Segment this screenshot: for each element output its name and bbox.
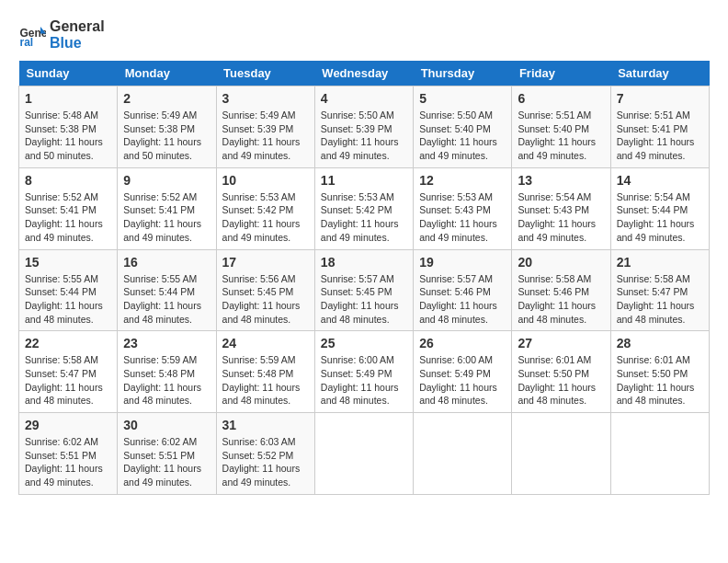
day-number: 21 (617, 255, 703, 270)
calendar-cell: 25Sunrise: 6:00 AM Sunset: 5:49 PM Dayli… (314, 331, 413, 413)
calendar-cell: 10Sunrise: 5:53 AM Sunset: 5:42 PM Dayli… (216, 167, 314, 249)
header-day-tuesday: Tuesday (216, 61, 314, 86)
day-info: Sunrise: 5:50 AM Sunset: 5:39 PM Dayligh… (321, 109, 407, 163)
day-number: 16 (123, 255, 210, 270)
calendar-cell (414, 413, 512, 495)
day-info: Sunrise: 5:52 AM Sunset: 5:41 PM Dayligh… (25, 190, 111, 245)
calendar-cell: 30Sunrise: 6:02 AM Sunset: 5:51 PM Dayli… (118, 413, 216, 495)
day-number: 14 (617, 173, 703, 188)
day-info: Sunrise: 5:59 AM Sunset: 5:48 PM Dayligh… (123, 353, 210, 408)
calendar-cell: 20Sunrise: 5:58 AM Sunset: 5:46 PM Dayli… (512, 249, 610, 331)
day-number: 31 (222, 418, 309, 432)
day-number: 29 (25, 418, 111, 432)
day-info: Sunrise: 6:02 AM Sunset: 5:51 PM Dayligh… (123, 435, 210, 489)
day-info: Sunrise: 6:00 AM Sunset: 5:49 PM Dayligh… (419, 353, 506, 408)
day-number: 12 (419, 173, 506, 188)
day-info: Sunrise: 5:48 AM Sunset: 5:38 PM Dayligh… (25, 109, 111, 163)
calendar-cell: 26Sunrise: 6:00 AM Sunset: 5:49 PM Dayli… (414, 331, 512, 413)
logo-icon: Gene ral (18, 21, 46, 49)
day-info: Sunrise: 5:53 AM Sunset: 5:42 PM Dayligh… (321, 190, 407, 245)
day-info: Sunrise: 5:49 AM Sunset: 5:38 PM Dayligh… (123, 109, 210, 163)
day-number: 17 (222, 255, 309, 270)
day-number: 5 (419, 91, 506, 106)
calendar-cell: 18Sunrise: 5:57 AM Sunset: 5:45 PM Dayli… (314, 249, 413, 331)
day-info: Sunrise: 5:52 AM Sunset: 5:41 PM Dayligh… (123, 190, 210, 245)
day-number: 18 (321, 255, 407, 270)
calendar-cell: 8Sunrise: 5:52 AM Sunset: 5:41 PM Daylig… (19, 167, 118, 249)
logo-line2: Blue (50, 35, 105, 52)
header-day-friday: Friday (512, 61, 610, 86)
day-number: 3 (222, 91, 309, 106)
day-number: 24 (222, 336, 309, 350)
calendar-table: SundayMondayTuesdayWednesdayThursdayFrid… (18, 61, 710, 495)
header-day-monday: Monday (118, 61, 216, 86)
calendar-cell: 5Sunrise: 5:50 AM Sunset: 5:40 PM Daylig… (414, 86, 512, 168)
day-number: 1 (25, 91, 111, 106)
calendar-cell: 3Sunrise: 5:49 AM Sunset: 5:39 PM Daylig… (216, 86, 314, 168)
calendar-cell: 29Sunrise: 6:02 AM Sunset: 5:51 PM Dayli… (19, 413, 118, 495)
calendar-cell: 23Sunrise: 5:59 AM Sunset: 5:48 PM Dayli… (118, 331, 216, 413)
calendar-cell: 12Sunrise: 5:53 AM Sunset: 5:43 PM Dayli… (414, 167, 512, 249)
day-info: Sunrise: 5:54 AM Sunset: 5:43 PM Dayligh… (518, 190, 604, 245)
week-row-5: 29Sunrise: 6:02 AM Sunset: 5:51 PM Dayli… (19, 413, 710, 495)
day-number: 10 (222, 173, 309, 188)
day-number: 22 (25, 336, 111, 350)
day-number: 15 (25, 255, 111, 270)
day-number: 11 (321, 173, 407, 188)
day-info: Sunrise: 6:01 AM Sunset: 5:50 PM Dayligh… (617, 353, 703, 408)
day-number: 4 (321, 91, 407, 106)
calendar-cell: 14Sunrise: 5:54 AM Sunset: 5:44 PM Dayli… (610, 167, 709, 249)
week-row-2: 8Sunrise: 5:52 AM Sunset: 5:41 PM Daylig… (19, 167, 710, 249)
calendar-cell: 9Sunrise: 5:52 AM Sunset: 5:41 PM Daylig… (118, 167, 216, 249)
day-info: Sunrise: 5:53 AM Sunset: 5:42 PM Dayligh… (222, 190, 309, 245)
header: Gene ral General Blue (18, 18, 710, 52)
calendar-cell: 13Sunrise: 5:54 AM Sunset: 5:43 PM Dayli… (512, 167, 610, 249)
day-info: Sunrise: 5:57 AM Sunset: 5:45 PM Dayligh… (321, 272, 407, 327)
week-row-3: 15Sunrise: 5:55 AM Sunset: 5:44 PM Dayli… (19, 249, 710, 331)
logo: Gene ral General Blue (18, 18, 105, 52)
svg-text:ral: ral (20, 36, 34, 49)
calendar-cell: 17Sunrise: 5:56 AM Sunset: 5:45 PM Dayli… (216, 249, 314, 331)
header-day-sunday: Sunday (19, 61, 118, 86)
calendar-cell: 15Sunrise: 5:55 AM Sunset: 5:44 PM Dayli… (19, 249, 118, 331)
calendar-cell: 7Sunrise: 5:51 AM Sunset: 5:41 PM Daylig… (610, 86, 709, 168)
logo-line1: General (50, 18, 105, 35)
day-info: Sunrise: 5:58 AM Sunset: 5:46 PM Dayligh… (518, 272, 604, 327)
calendar-cell: 19Sunrise: 5:57 AM Sunset: 5:46 PM Dayli… (414, 249, 512, 331)
day-number: 25 (321, 336, 407, 350)
day-number: 8 (25, 173, 111, 188)
calendar-cell: 22Sunrise: 5:58 AM Sunset: 5:47 PM Dayli… (19, 331, 118, 413)
header-day-saturday: Saturday (610, 61, 709, 86)
day-info: Sunrise: 5:58 AM Sunset: 5:47 PM Dayligh… (617, 272, 703, 327)
calendar-cell: 28Sunrise: 6:01 AM Sunset: 5:50 PM Dayli… (610, 331, 709, 413)
calendar-cell: 1Sunrise: 5:48 AM Sunset: 5:38 PM Daylig… (19, 86, 118, 168)
calendar-cell (512, 413, 610, 495)
day-number: 27 (518, 336, 604, 350)
day-number: 2 (123, 91, 210, 106)
day-info: Sunrise: 6:00 AM Sunset: 5:49 PM Dayligh… (321, 353, 407, 408)
day-number: 7 (617, 91, 703, 106)
calendar-cell: 31Sunrise: 6:03 AM Sunset: 5:52 PM Dayli… (216, 413, 314, 495)
calendar-cell (610, 413, 709, 495)
day-info: Sunrise: 6:02 AM Sunset: 5:51 PM Dayligh… (25, 435, 111, 489)
calendar-cell: 6Sunrise: 5:51 AM Sunset: 5:40 PM Daylig… (512, 86, 610, 168)
day-number: 26 (419, 336, 506, 350)
day-info: Sunrise: 5:49 AM Sunset: 5:39 PM Dayligh… (222, 109, 309, 163)
day-info: Sunrise: 5:55 AM Sunset: 5:44 PM Dayligh… (123, 272, 210, 327)
day-number: 6 (518, 91, 604, 106)
header-day-thursday: Thursday (414, 61, 512, 86)
calendar-cell: 2Sunrise: 5:49 AM Sunset: 5:38 PM Daylig… (118, 86, 216, 168)
day-number: 20 (518, 255, 604, 270)
calendar-cell (314, 413, 413, 495)
day-number: 13 (518, 173, 604, 188)
day-number: 23 (123, 336, 210, 350)
day-info: Sunrise: 6:03 AM Sunset: 5:52 PM Dayligh… (222, 435, 309, 489)
day-info: Sunrise: 5:55 AM Sunset: 5:44 PM Dayligh… (25, 272, 111, 327)
day-info: Sunrise: 5:53 AM Sunset: 5:43 PM Dayligh… (419, 190, 506, 245)
day-info: Sunrise: 5:51 AM Sunset: 5:41 PM Dayligh… (617, 109, 703, 163)
calendar-cell: 11Sunrise: 5:53 AM Sunset: 5:42 PM Dayli… (314, 167, 413, 249)
week-row-4: 22Sunrise: 5:58 AM Sunset: 5:47 PM Dayli… (19, 331, 710, 413)
day-number: 19 (419, 255, 506, 270)
day-info: Sunrise: 5:51 AM Sunset: 5:40 PM Dayligh… (518, 109, 604, 163)
day-info: Sunrise: 5:59 AM Sunset: 5:48 PM Dayligh… (222, 353, 309, 408)
